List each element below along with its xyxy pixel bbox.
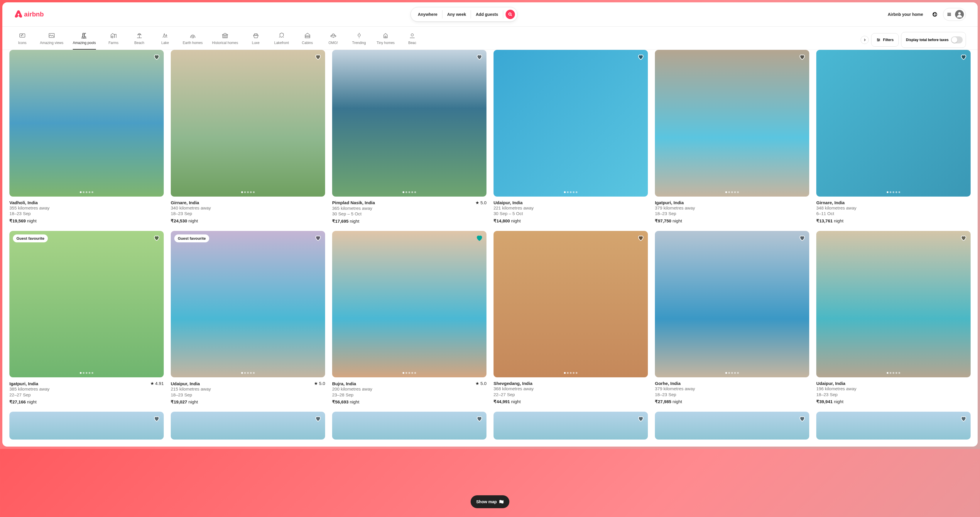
listing-price: ₹39,941 night: [816, 399, 970, 404]
listing-card[interactable]: [171, 412, 325, 439]
listing-image[interactable]: [332, 412, 487, 439]
category-icon: [382, 32, 389, 39]
listing-info: Bujra, India★ 5.0200 kilometres away23–2…: [332, 377, 487, 405]
listing-image[interactable]: [171, 50, 325, 197]
listing-image[interactable]: [816, 412, 970, 439]
wishlist-heart[interactable]: [799, 415, 806, 423]
listing-card[interactable]: [10, 412, 164, 439]
wishlist-heart[interactable]: [637, 53, 644, 62]
listing-card[interactable]: Shevgedang, India368 kilometres away22–2…: [493, 231, 648, 405]
listing-card[interactable]: Girnare, India340 kilometres away18–23 S…: [171, 50, 325, 224]
listing-image[interactable]: [816, 231, 970, 378]
listing-card[interactable]: Guest favouriteIgatpuri, India★ 4.91385 …: [10, 231, 164, 405]
wishlist-heart[interactable]: [476, 415, 483, 423]
wishlist-heart[interactable]: [153, 53, 160, 62]
wishlist-heart[interactable]: [476, 234, 483, 243]
category-scroll-right[interactable]: [861, 36, 869, 44]
listing-card[interactable]: [655, 412, 809, 439]
category-tab-trending[interactable]: Trending: [351, 30, 368, 49]
category-tab-icons[interactable]: Icons: [14, 30, 30, 49]
listing-image[interactable]: [10, 412, 164, 439]
brand-text: airbnb: [24, 11, 44, 18]
listing-image[interactable]: [655, 412, 809, 439]
language-button[interactable]: [929, 8, 941, 20]
listing-image[interactable]: [493, 412, 648, 439]
category-tab-earth-homes[interactable]: Earth homes: [183, 30, 203, 49]
category-tab-tiny-homes[interactable]: Tiny homes: [377, 30, 395, 49]
filters-button[interactable]: Filters: [871, 33, 899, 47]
listing-location: Udaipur, India: [171, 381, 200, 386]
listing-card[interactable]: Bujra, India★ 5.0200 kilometres away23–2…: [332, 231, 487, 405]
category-tab-omg-[interactable]: OMG!: [325, 30, 342, 49]
wishlist-heart[interactable]: [960, 415, 967, 423]
toggle-label: Display total before taxes: [906, 38, 948, 42]
listing-image[interactable]: [332, 50, 487, 197]
listing-image[interactable]: [171, 412, 325, 439]
listing-location: Pimplad Nasik, India: [332, 200, 375, 205]
category-label: Earth homes: [183, 41, 203, 45]
category-icon: [110, 32, 117, 39]
listing-card[interactable]: [816, 412, 970, 439]
listing-card[interactable]: [332, 412, 487, 439]
wishlist-heart[interactable]: [960, 234, 967, 243]
user-icon: [955, 10, 964, 19]
listing-card[interactable]: Udaipur, India196 kilometres away18–23 S…: [816, 231, 970, 405]
category-tab-lakefront[interactable]: Lakefront: [274, 30, 290, 49]
listing-image[interactable]: [655, 231, 809, 378]
category-tab-historical-homes[interactable]: Historical homes: [212, 30, 238, 49]
listing-card[interactable]: Vadholi, India355 kilometres away18–23 S…: [10, 50, 164, 224]
wishlist-heart[interactable]: [153, 234, 160, 243]
category-tab-farms[interactable]: Farms: [105, 30, 122, 49]
total-price-toggle[interactable]: Display total before taxes: [901, 32, 966, 48]
category-tab-beac[interactable]: Beac: [404, 30, 420, 49]
category-tab-beach[interactable]: Beach: [131, 30, 148, 49]
wishlist-heart[interactable]: [637, 415, 644, 423]
wishlist-heart[interactable]: [315, 415, 321, 423]
listing-image[interactable]: [493, 50, 648, 197]
wishlist-heart[interactable]: [960, 53, 967, 62]
header-right: Airbnb your home: [884, 8, 966, 21]
listing-distance: 340 kilometres away: [171, 205, 325, 211]
wishlist-heart[interactable]: [799, 234, 806, 243]
listing-card[interactable]: Udaipur, India221 kilometres away30 Sep …: [493, 50, 648, 224]
listing-image[interactable]: Guest favourite: [10, 231, 164, 378]
host-link[interactable]: Airbnb your home: [884, 8, 927, 20]
wishlist-heart[interactable]: [799, 53, 806, 62]
listing-card[interactable]: Igatpuri, India379 kilometres away18–23 …: [655, 50, 809, 224]
wishlist-heart[interactable]: [315, 234, 321, 243]
search-who[interactable]: Add guests: [471, 10, 503, 19]
listing-image[interactable]: [10, 50, 164, 197]
listing-image[interactable]: Guest favourite: [171, 231, 325, 378]
listing-image[interactable]: [332, 231, 487, 378]
user-menu[interactable]: [943, 8, 966, 21]
category-tab-amazing-views[interactable]: Amazing views: [40, 30, 64, 49]
category-tab-lake[interactable]: Lake: [157, 30, 173, 49]
search-button[interactable]: [506, 10, 515, 19]
category-tab-luxe[interactable]: Luxe: [248, 30, 264, 49]
listing-card[interactable]: Pimplad Nasik, India★ 5.0365 kilometres …: [332, 50, 487, 224]
category-tab-amazing-pools[interactable]: Amazing pools: [73, 30, 96, 49]
svg-rect-20: [385, 36, 386, 38]
listing-dates: 30 Sep – 5 Oct: [332, 211, 487, 217]
wishlist-heart[interactable]: [315, 53, 321, 62]
listing-image[interactable]: [655, 50, 809, 197]
wishlist-heart[interactable]: [476, 53, 483, 62]
listing-card[interactable]: Girnare, India348 kilometres away6–11 Oc…: [816, 50, 970, 224]
search-when[interactable]: Any week: [442, 10, 471, 19]
airbnb-logo[interactable]: airbnb: [14, 10, 44, 19]
category-tab-cabins[interactable]: Cabins: [299, 30, 316, 49]
listing-distance: 215 kilometres away: [171, 386, 325, 392]
listing-card[interactable]: Gorhe, India379 kilometres away18–23 Sep…: [655, 231, 809, 405]
wishlist-heart[interactable]: [153, 415, 160, 423]
category-label: Luxe: [252, 41, 259, 45]
search-where[interactable]: Anywhere: [413, 10, 442, 19]
carousel-dots: [402, 191, 416, 193]
listing-card[interactable]: [493, 412, 648, 439]
search-icon: [508, 12, 512, 16]
listing-price: ₹97,750 night: [655, 218, 809, 224]
listing-image[interactable]: [816, 50, 970, 197]
listing-image[interactable]: [493, 231, 648, 378]
listing-card[interactable]: Guest favouriteUdaipur, India★ 5.0215 ki…: [171, 231, 325, 405]
carousel-dots: [402, 372, 416, 374]
wishlist-heart[interactable]: [637, 234, 644, 243]
